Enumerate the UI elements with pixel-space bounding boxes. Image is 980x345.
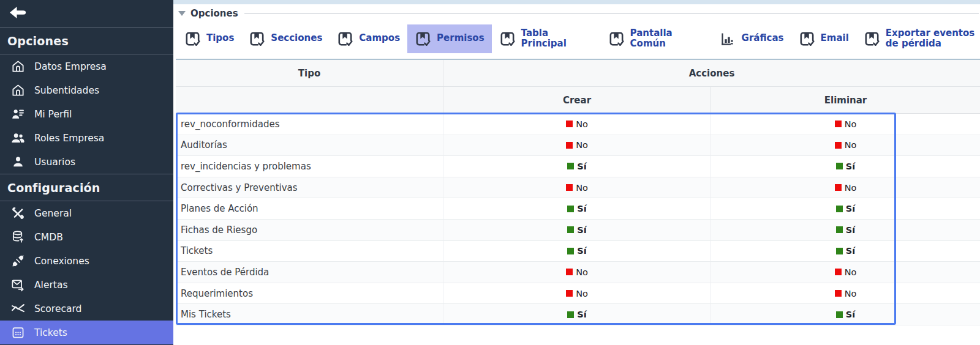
- crear-cell: No: [443, 114, 711, 135]
- status-square-icon: [567, 206, 574, 212]
- sidebar-item[interactable]: Subentidades: [0, 78, 173, 102]
- toolbar-tab-label: Pantalla Común: [630, 28, 687, 50]
- status-square-icon: [566, 290, 573, 297]
- sidebar-item-label: Tickets: [34, 327, 67, 338]
- sidebar-item[interactable]: Roles Empresa: [0, 126, 173, 150]
- table-row[interactable]: Tickets Sí Sí: [176, 241, 980, 262]
- eliminar-cell: Sí: [711, 220, 980, 240]
- sidebar-nav-opciones: Datos Empresa Subentidades Mi Perfil Rol…: [0, 54, 173, 174]
- toolbar-tab[interactable]: Permisos: [407, 24, 492, 53]
- table-row[interactable]: Planes de Acción Sí Sí: [176, 198, 980, 220]
- eliminar-cell: No: [711, 114, 980, 135]
- toolbar-tab-label: Gráficas: [742, 33, 784, 43]
- tipo-cell: Requerimientos: [176, 283, 443, 304]
- bookmark-check-icon: [184, 31, 201, 47]
- status-square-icon: [836, 163, 843, 169]
- status-square-icon: [836, 248, 843, 254]
- sidebar-item[interactable]: Conexiones: [0, 249, 173, 273]
- table-row[interactable]: Fichas de Riesgo Sí Sí: [176, 220, 980, 241]
- column-header-crear: Crear: [443, 87, 711, 113]
- status-square-icon: [566, 184, 573, 191]
- options-group-label: Opciones: [190, 8, 238, 19]
- crear-value: No: [576, 183, 588, 193]
- sidebar: Opciones Datos Empresa Subentidades Mi P…: [0, 0, 173, 345]
- crear-value: Sí: [577, 161, 586, 171]
- table-row[interactable]: rev_noconformidades No No: [176, 114, 980, 135]
- sidebar-item-label: Conexiones: [34, 256, 89, 267]
- column-header-empty: [176, 87, 443, 113]
- toolbar-tab[interactable]: Email: [791, 24, 856, 53]
- table-row[interactable]: Mis Tickets Sí Sí: [176, 304, 980, 325]
- toolbar-tab[interactable]: Tabla Principal: [492, 22, 585, 56]
- options-toolbar: Tipos Secciones Campos Permisos Tabla Pr…: [173, 21, 980, 56]
- mail-arrow-icon: [10, 278, 26, 292]
- sidebar-item-label: Scorecard: [34, 303, 81, 314]
- sidebar-item[interactable]: Alertas: [0, 273, 173, 297]
- sidebar-item[interactable]: Datos Empresa: [0, 54, 173, 78]
- column-header-acciones: Acciones: [443, 60, 980, 86]
- toolbar-tab-label: Permisos: [437, 33, 484, 43]
- toolbar-tab[interactable]: Secciones: [241, 24, 330, 53]
- user-icon: [10, 155, 26, 169]
- toolbar-tab-label: Exportar eventos de pérdida: [886, 28, 980, 50]
- tipo-cell: Eventos de Pérdida: [176, 262, 443, 283]
- crear-cell: Sí: [443, 241, 711, 262]
- table-body: rev_noconformidades No No Auditorías No: [176, 114, 980, 325]
- caret-down-icon[interactable]: [178, 10, 187, 17]
- eliminar-cell: No: [711, 283, 980, 304]
- eliminar-value: No: [845, 267, 857, 277]
- table-header-row-2: Crear Eliminar: [176, 87, 980, 114]
- toolbar-tab[interactable]: Exportar eventos de pérdida: [856, 22, 980, 56]
- toolbar-tab[interactable]: Gráficas: [712, 24, 791, 53]
- eliminar-cell: No: [711, 135, 980, 156]
- table-row[interactable]: Requerimientos No No: [176, 283, 980, 305]
- sidebar-item[interactable]: Scorecard: [0, 297, 173, 321]
- sidebar-item-label: General: [34, 208, 72, 219]
- sidebar-divider: [0, 27, 173, 28]
- status-square-icon: [567, 163, 574, 169]
- tipo-cell: Mis Tickets: [176, 304, 443, 325]
- crear-value: Sí: [577, 246, 586, 256]
- toolbar-tab-label: Secciones: [271, 33, 322, 43]
- crear-cell: Sí: [443, 198, 711, 219]
- sidebar-item[interactable]: Tickets: [0, 321, 173, 344]
- sidebar-item[interactable]: Mi Perfil: [0, 102, 173, 126]
- crear-cell: No: [443, 177, 711, 198]
- crear-cell: Sí: [443, 220, 711, 240]
- user-list-icon: [10, 107, 26, 122]
- crear-cell: No: [443, 135, 711, 156]
- bar-chart-icon: [720, 31, 736, 47]
- options-group-header: Opciones: [173, 7, 980, 20]
- back-button[interactable]: [0, 0, 173, 27]
- sidebar-item[interactable]: Usuarios: [0, 150, 173, 174]
- status-square-icon: [567, 311, 574, 318]
- sidebar-item[interactable]: CMDB: [0, 225, 173, 249]
- chart-line-icon: [10, 302, 26, 316]
- table-row[interactable]: Auditorías No No: [176, 135, 980, 157]
- table-row[interactable]: rev_incidencias y problemas Sí Sí: [176, 156, 980, 177]
- toolbar-tab[interactable]: Pantalla Común: [601, 22, 694, 56]
- tipo-cell: Fichas de Riesgo: [176, 220, 443, 240]
- toolbar-tab[interactable]: Tipos: [177, 24, 241, 53]
- bookmark-check-icon: [799, 31, 815, 47]
- back-arrow-icon: [10, 7, 26, 21]
- sidebar-item[interactable]: General: [0, 201, 173, 225]
- status-square-icon: [835, 121, 842, 127]
- sidebar-section-title-opciones: Opciones: [0, 28, 173, 54]
- sidebar-item-label: Alertas: [34, 280, 67, 291]
- crear-value: No: [576, 119, 588, 129]
- crear-value: No: [576, 140, 588, 150]
- sidebar-item-label: Subentidades: [34, 85, 99, 96]
- eliminar-value: No: [845, 119, 857, 129]
- bookmark-check-icon: [499, 31, 516, 47]
- table-row[interactable]: Correctivas y Preventivas No No: [176, 177, 980, 199]
- table-row[interactable]: Eventos de Pérdida No No: [176, 262, 980, 283]
- status-square-icon: [566, 142, 573, 149]
- status-square-icon: [836, 311, 843, 318]
- status-square-icon: [566, 269, 573, 275]
- table-header-row-1: Tipo Acciones: [176, 60, 980, 87]
- sidebar-divider: [0, 174, 173, 174]
- toolbar-tab[interactable]: Campos: [330, 24, 407, 53]
- sidebar-nav-configuracion: General CMDB Conexiones Alertas Scorecar…: [0, 201, 173, 344]
- permissions-table: Tipo Acciones Crear Eliminar rev_noconfo…: [176, 59, 980, 325]
